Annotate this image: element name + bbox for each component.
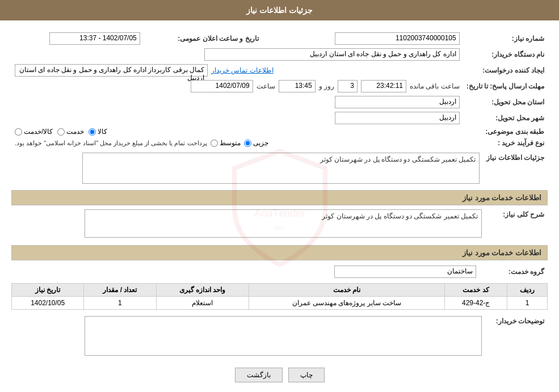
table-row: 1ج-42-429ساخت سایر پروژه‌های مهندسی عمرا… — [12, 297, 548, 310]
creator-value: کمال برقی کاربرداز اداره کل راهداری و حم… — [15, 64, 208, 77]
province-label: استان محل تحویل: — [463, 94, 548, 110]
creator-label: ایجاد کننده درخواست: — [463, 62, 548, 78]
col-5: تاریخ نیاز — [12, 284, 84, 297]
announcement-date-label: تاریخ و ساعت اعلان عمومی: — [144, 31, 262, 47]
purchase-partial-radio[interactable] — [244, 140, 251, 147]
buyer-notes-cell — [11, 314, 485, 359]
description-value: تکمیل تعمیر شکستگی دو دستگاه پل در شهرست… — [82, 153, 480, 184]
service-group-label: گروه خدمت: — [480, 264, 548, 280]
category-service-radio[interactable] — [57, 128, 65, 136]
table-cell: 1 — [507, 297, 547, 310]
category-goods-service-option[interactable]: کالا/خدمت — [15, 128, 53, 136]
category-service-label: خدمت — [66, 128, 84, 136]
table-cell: ساخت سایر پروژه‌های مهندسی عمران — [249, 297, 445, 310]
col-3: واحد اندازه گیری — [156, 284, 249, 297]
services-title: اطلاعات خدمات مورد نیاز — [11, 245, 548, 260]
service-group-table: گروه خدمت: ساختمان — [11, 264, 548, 280]
city-value: اردبیل — [335, 112, 460, 124]
province-cell: اردبیل — [11, 94, 463, 110]
description-inner-value: تکمیل تعمیر شکستگی دو دستگاه پل در شهرست… — [85, 209, 482, 238]
service-group-cell: ساختمان — [11, 264, 480, 280]
category-goods-service-radio[interactable] — [15, 128, 22, 136]
table-cell: 1 — [84, 297, 156, 310]
category-goods-radio[interactable] — [89, 128, 96, 136]
description-table: جزئیات اطلاعات نیاز تکمیل تعمیر شکستگی د… — [11, 151, 548, 186]
description-inner-label: شرح کلی نیاز: — [503, 210, 544, 218]
announcement-date-cell: 1402/07/05 - 13:37 — [11, 31, 144, 47]
announcement-date-value: 1402/07/05 - 13:37 — [49, 32, 140, 45]
creator-cell: اطلاعات تماس خریدار کمال برقی کاربرداز ا… — [11, 62, 463, 78]
purchase-type-label: نوع فرآیند خرید : — [463, 137, 548, 149]
need-number-label: شماره نیاز: — [463, 31, 548, 47]
category-goods-option[interactable]: کالا — [89, 128, 107, 136]
buyer-value: اداره کل راهداری و حمل و نقل جاده ای است… — [204, 48, 460, 61]
col-4: تعداد / مقدار — [84, 284, 156, 297]
bottom-buttons: بازگشت چاپ — [11, 368, 548, 382]
days-label: روز و — [319, 82, 334, 90]
purchase-type-cell: پرداخت تمام یا بخشی از مبلغ خریداز محل "… — [11, 137, 463, 149]
col-2: نام خدمت — [249, 284, 445, 297]
col-0: ردیف — [507, 284, 547, 297]
services-table: ردیفکد خدمتنام خدمتواحد اندازه گیریتعداد… — [11, 283, 548, 310]
deadline-days-value: 3 — [338, 80, 358, 92]
category-cell: کالا/خدمت خدمت کالا — [11, 126, 463, 137]
table-cell: 1402/10/05 — [12, 297, 84, 310]
need-number-value: 1102003740000105 — [335, 32, 460, 45]
remaining-label: ساعت باقی مانده — [410, 82, 460, 90]
purchase-partial-option[interactable]: جزیی — [244, 139, 268, 147]
category-goods-label: کالا — [98, 128, 107, 136]
table-cell: استعلام — [156, 297, 249, 310]
purchase-partial-label: جزیی — [253, 139, 268, 147]
category-goods-service-label: کالا/خدمت — [24, 128, 53, 136]
buyer-label: نام دستگاه خریدار: — [463, 47, 548, 62]
back-button[interactable]: بازگشت — [235, 368, 283, 382]
purchase-medium-radio[interactable] — [211, 140, 218, 147]
category-label: طبقه بندی موضوعی: — [463, 126, 548, 137]
deadline-remaining-value: 23:42:11 — [361, 80, 406, 92]
buyer-notes-label: توضیحات خریدار: — [485, 314, 548, 359]
page-title: جزئیات اطلاعات نیاز — [246, 6, 313, 15]
services-section-title: اطلاعات خدمات مورد نیاز — [11, 190, 548, 205]
deadline-cell: 1402/07/09 ساعت 13:45 روز و 3 23:42:11 س… — [11, 78, 463, 94]
category-service-option[interactable]: خدمت — [57, 128, 84, 136]
table-cell: ج-42-429 — [445, 297, 507, 310]
top-info-table: شماره نیاز: 1102003740000105 تاریخ و ساع… — [11, 31, 548, 149]
service-group-value: ساختمان — [334, 265, 476, 278]
city-label: شهر محل تحویل: — [463, 110, 548, 126]
contact-link[interactable]: اطلاعات تماس خریدار — [211, 66, 274, 74]
time-label: ساعت — [257, 82, 275, 90]
city-cell: اردبیل — [11, 110, 463, 126]
main-content: AnaТender .net شماره نیاز: 1102003740000… — [0, 20, 559, 392]
description-cell: تکمیل تعمیر شکستگی دو دستگاه پل در شهرست… — [11, 151, 483, 186]
deadline-time-value: 13:45 — [279, 80, 316, 92]
province-value: اردبیل — [335, 96, 460, 108]
print-button[interactable]: چاپ — [288, 368, 325, 382]
purchase-medium-label: متوسط — [220, 139, 241, 147]
page-wrapper: جزئیات اطلاعات نیاز AnaТender .net شماره… — [0, 0, 559, 392]
purchase-medium-option[interactable]: متوسط — [211, 139, 241, 147]
buyer-notes-input[interactable] — [85, 316, 482, 356]
need-number-cell: 1102003740000105 — [285, 31, 463, 47]
buyer-cell: اداره کل راهداری و حمل و نقل جاده ای است… — [11, 47, 463, 62]
description-inner-cell: تکمیل تعمیر شکستگی دو دستگاه پل در شهرست… — [11, 208, 485, 239]
description-label: جزئیات اطلاعات نیاز — [483, 151, 548, 186]
deadline-date-value: 1402/07/09 — [191, 80, 253, 92]
col-1: کد خدمت — [445, 284, 507, 297]
page-header: جزئیات اطلاعات نیاز — [0, 0, 559, 20]
buyer-notes-table: توضیحات خریدار: — [11, 314, 548, 359]
description-inner-table: شرح کلی نیاز: تکمیل تعمیر شکستگی دو دستگ… — [11, 208, 548, 239]
deadline-label: مهلت ارسال پاسخ: تا تاریخ: — [463, 78, 548, 94]
purchase-note: پرداخت تمام یا بخشی از مبلغ خریداز محل "… — [15, 140, 207, 147]
